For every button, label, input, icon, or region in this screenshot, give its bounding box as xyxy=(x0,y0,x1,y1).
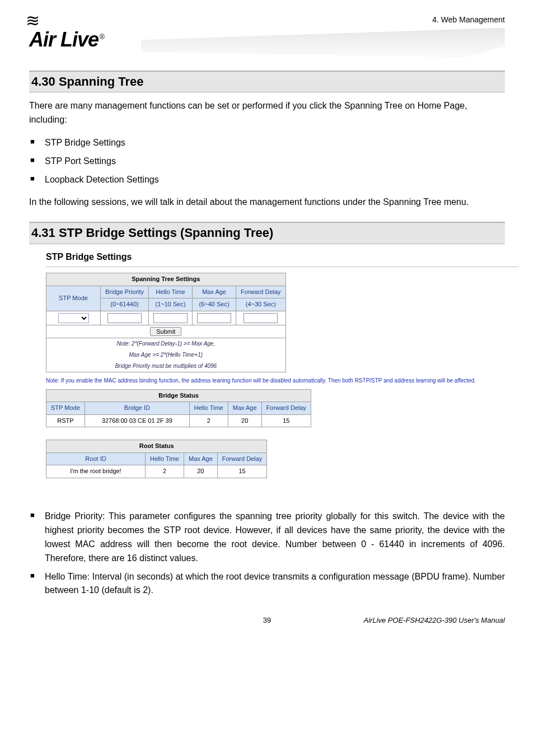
panel-divider xyxy=(46,267,519,267)
section1-outro: In the following sessions, we will talk … xyxy=(29,195,505,209)
bs-val-mode: RSTP xyxy=(46,414,85,427)
rs-val-hello: 2 xyxy=(146,465,184,478)
submit-button[interactable]: Submit xyxy=(150,327,181,336)
bridge-status-caption: Bridge Status xyxy=(46,389,311,402)
brand-logo: ≋ Air Live® xyxy=(29,26,104,54)
rs-val-maxage: 20 xyxy=(184,465,217,478)
warning-note: Note: If you enable the MAC address bind… xyxy=(46,377,505,385)
note-1: Note: 2*(Forward Delay-1) >= Max Age, xyxy=(46,338,286,349)
panel-title: STP Bridge Settings xyxy=(46,251,505,263)
col-hello-time: Hello Time xyxy=(149,286,193,298)
desc-bridge-priority: Bridge Priority: This parameter configur… xyxy=(29,507,505,567)
logo-swirl-icon: ≋ xyxy=(26,9,40,32)
section-heading-stp-bridge-settings: 4.31 STP Bridge Settings (Spanning Tree) xyxy=(29,222,505,244)
product-name: AirLive POE-FSH2422G-390 User's Manual xyxy=(364,615,505,626)
col-forward-delay: Forward Delay xyxy=(236,286,286,298)
stp-mode-select[interactable] xyxy=(58,313,89,323)
range-max-age: (6~40 Sec) xyxy=(193,298,236,311)
bullet-stp-bridge-settings: STP Bridge Settings xyxy=(29,134,505,152)
bs-val-maxage: 20 xyxy=(228,414,261,427)
note-3: Bridge Priority must be multiplies of 40… xyxy=(46,361,286,372)
bs-col-fd: Forward Delay xyxy=(261,402,311,414)
col-stp-mode: STP Mode xyxy=(46,286,101,311)
forward-delay-input[interactable] xyxy=(243,313,278,323)
section-heading-spanning-tree: 4.30 Spanning Tree xyxy=(29,71,505,93)
bs-col-hello: Hello Time xyxy=(189,402,228,414)
bs-val-bridge-id: 32768:00 03 CE 01 2F 39 xyxy=(85,414,189,427)
bs-val-hello: 2 xyxy=(189,414,228,427)
spanning-tree-settings-table: Spanning Tree Settings STP Mode Bridge P… xyxy=(46,273,286,372)
bs-val-fd: 15 xyxy=(261,414,311,427)
bs-col-bridge-id: Bridge ID xyxy=(85,402,189,414)
bullet-loopback-detection-settings: Loopback Detection Settings xyxy=(29,171,505,189)
range-hello-time: (1~10 Sec) xyxy=(149,298,193,311)
bs-col-maxage: Max Age xyxy=(228,402,261,414)
bridge-priority-input[interactable] xyxy=(107,313,142,323)
registered-icon: ® xyxy=(100,33,104,41)
range-forward-delay: (4~30 Sec) xyxy=(236,298,286,311)
col-bridge-priority: Bridge Priority xyxy=(101,286,149,298)
rs-val-rootid: I'm the root bridge! xyxy=(46,465,146,478)
rs-col-fd: Forward Delay xyxy=(217,452,267,465)
desc-hello-time: Hello Time: Interval (in seconds) at whi… xyxy=(29,568,505,600)
max-age-input[interactable] xyxy=(197,313,231,323)
col-max-age: Max Age xyxy=(193,286,236,298)
bullet-stp-port-settings: STP Port Settings xyxy=(29,152,505,171)
hello-time-input[interactable] xyxy=(153,313,188,323)
spanning-settings-caption: Spanning Tree Settings xyxy=(46,273,286,286)
root-status-table: Root Status Root ID Hello Time Max Age F… xyxy=(46,440,267,478)
range-bridge-priority: (0~61440) xyxy=(101,298,149,311)
rs-col-hello: Hello Time xyxy=(146,452,184,465)
bs-col-mode: STP Mode xyxy=(46,402,85,414)
rs-col-maxage: Max Age xyxy=(184,452,217,465)
rs-col-rootid: Root ID xyxy=(46,452,146,465)
section1-intro: There are many management functions can … xyxy=(29,99,505,127)
note-2: Max Age >= 2*(Hello Time+1) xyxy=(46,349,286,361)
rs-val-fd: 15 xyxy=(217,465,267,478)
header-banner: ≋ Air Live® xyxy=(29,28,505,58)
root-status-caption: Root Status xyxy=(46,440,267,452)
bridge-status-table: Bridge Status STP Mode Bridge ID Hello T… xyxy=(46,389,311,427)
